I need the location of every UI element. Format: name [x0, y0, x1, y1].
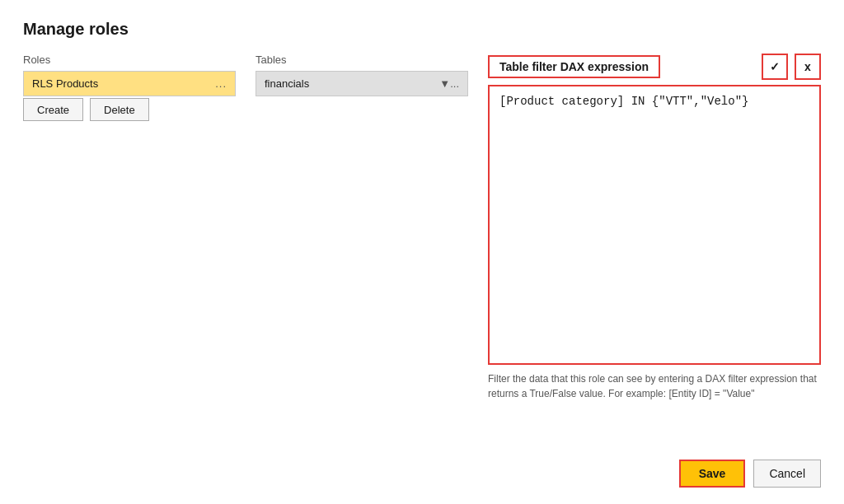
delete-button[interactable]: Delete [90, 98, 149, 121]
roles-list: RLS Products ... [23, 71, 236, 96]
columns-area: Roles RLS Products ... Create Delete Tab… [23, 54, 821, 448]
dax-expression-input[interactable]: [Product category] IN {"VTT","Velo"} [488, 85, 821, 365]
dax-editor-wrapper: [Product category] IN {"VTT","Velo"} Fil… [488, 85, 821, 448]
dax-close-button[interactable]: x [795, 54, 821, 80]
close-icon: x [804, 60, 811, 73]
filter-icon: ▼... [439, 77, 459, 90]
dialog-footer: Save Cancel [23, 448, 821, 488]
table-item-financials[interactable]: financials ▼... [256, 72, 467, 96]
role-item-dots: ... [215, 77, 227, 90]
dax-header-row: Table filter DAX expression ✓ x [488, 54, 821, 80]
role-buttons: Create Delete [23, 98, 236, 121]
tables-column: Tables financials ▼... [256, 54, 468, 448]
manage-roles-dialog: Manage roles Roles RLS Products ... Crea… [0, 0, 844, 504]
roles-header: Roles [23, 54, 236, 66]
dax-confirm-button[interactable]: ✓ [762, 54, 788, 80]
role-item-rls-products[interactable]: RLS Products ... [24, 72, 235, 96]
tables-list: financials ▼... [256, 71, 468, 96]
roles-column: Roles RLS Products ... Create Delete [23, 54, 236, 448]
create-button[interactable]: Create [23, 98, 83, 121]
dax-title: Table filter DAX expression [488, 55, 660, 78]
table-item-label: financials [265, 77, 309, 90]
dax-column: Table filter DAX expression ✓ x [Product… [488, 54, 821, 448]
role-item-label: RLS Products [32, 77, 98, 90]
cancel-button[interactable]: Cancel [753, 460, 821, 488]
dialog-title: Manage roles [23, 20, 821, 39]
save-button[interactable]: Save [679, 460, 746, 488]
checkmark-icon: ✓ [770, 60, 780, 73]
tables-header: Tables [256, 54, 468, 66]
dax-hint: Filter the data that this role can see b… [488, 371, 821, 401]
